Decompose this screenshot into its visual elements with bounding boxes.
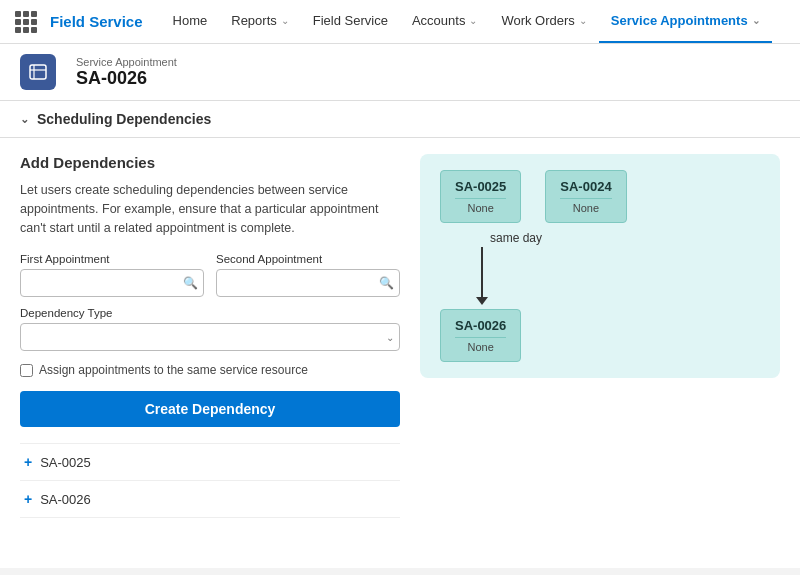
add-deps-desc: Let users create scheduling dependencies…	[20, 181, 400, 237]
dep-type-label: Dependency Type	[20, 307, 400, 319]
nav-work-orders[interactable]: Work Orders ⌄	[489, 0, 598, 43]
page-header-text: Service Appointment SA-0026	[76, 56, 177, 89]
list-item[interactable]: + SA-0025	[20, 444, 400, 481]
create-dependency-button[interactable]: Create Dependency	[20, 391, 400, 427]
first-appointment-input[interactable]	[20, 269, 204, 297]
dep-type-select-wrap: Same Start ⌄	[20, 323, 400, 351]
service-appointments-chevron: ⌄	[752, 15, 760, 26]
card-sep	[455, 198, 506, 199]
diagram-bottom-card: SA-0026 None	[440, 309, 760, 362]
diagram-card-sa0024: SA-0024 None	[545, 170, 626, 223]
section-label: Scheduling Dependencies	[37, 111, 211, 127]
arrow-head	[476, 297, 488, 305]
list-item-plus-icon: +	[24, 491, 32, 507]
app-name: Field Service	[50, 13, 143, 30]
card-sub-sa0026: None	[455, 341, 506, 353]
card-sub-sa0025: None	[455, 202, 506, 214]
dep-type-input[interactable]: Same Start	[20, 323, 400, 351]
dep-type-group: Dependency Type Same Start ⌄	[20, 307, 400, 351]
list-item-label: SA-0025	[40, 455, 91, 470]
diagram-bg: SA-0025 None SA-0024 None same day	[420, 154, 780, 378]
card-sub-sa0024: None	[560, 202, 611, 214]
nav-accounts[interactable]: Accounts ⌄	[400, 0, 489, 43]
diagram-top-row: SA-0025 None SA-0024 None	[440, 170, 760, 223]
nav-items: Home Reports ⌄ Field Service Accounts ⌄ …	[161, 0, 788, 43]
diagram-card-sa0025: SA-0025 None	[440, 170, 521, 223]
first-appointment-group: First Appointment 🔍	[20, 253, 204, 297]
page-icon	[20, 54, 56, 90]
arrow-label: same day	[476, 231, 542, 245]
card-sep-bottom	[455, 337, 506, 338]
second-appointment-input[interactable]	[216, 269, 400, 297]
diagram-card-sa0026: SA-0026 None	[440, 309, 521, 362]
list-item-plus-icon: +	[24, 454, 32, 470]
arrow-shaft	[481, 247, 483, 297]
list-items: + SA-0025 + SA-0026	[20, 443, 400, 518]
content-area: Add Dependencies Let users create schedu…	[0, 138, 800, 568]
svg-rect-0	[30, 65, 46, 79]
nav-home[interactable]: Home	[161, 0, 220, 43]
nav-service-appointments[interactable]: Service Appointments ⌄	[599, 0, 772, 43]
card-title-sa0026: SA-0026	[455, 318, 506, 333]
checkbox-label: Assign appointments to the same service …	[39, 363, 308, 377]
accounts-chevron: ⌄	[469, 15, 477, 26]
second-appointment-input-wrap: 🔍	[216, 269, 400, 297]
page-title: SA-0026	[76, 68, 177, 89]
reports-chevron: ⌄	[281, 15, 289, 26]
first-appointment-input-wrap: 🔍	[20, 269, 204, 297]
second-appointment-search-icon[interactable]: 🔍	[379, 276, 394, 290]
same-resource-checkbox[interactable]	[20, 364, 33, 377]
card-title-sa0025: SA-0025	[455, 179, 506, 194]
section-chevron-icon: ⌄	[20, 113, 29, 126]
card-title-sa0024: SA-0024	[560, 179, 611, 194]
first-appointment-label: First Appointment	[20, 253, 204, 265]
left-panel: Add Dependencies Let users create schedu…	[20, 154, 400, 552]
nav-reports[interactable]: Reports ⌄	[219, 0, 301, 43]
list-item-label: SA-0026	[40, 492, 91, 507]
second-appointment-group: Second Appointment 🔍	[216, 253, 400, 297]
diagram-arrow-area: same day	[440, 231, 760, 305]
add-deps-title: Add Dependencies	[20, 154, 400, 171]
list-item[interactable]: + SA-0026	[20, 481, 400, 518]
section-header[interactable]: ⌄ Scheduling Dependencies	[0, 101, 800, 138]
dep-type-chevron-icon[interactable]: ⌄	[386, 332, 394, 343]
arrow-line	[476, 247, 488, 305]
breadcrumb: Service Appointment	[76, 56, 177, 68]
nav-bar: Field Service Home Reports ⌄ Field Servi…	[0, 0, 800, 44]
page-header: Service Appointment SA-0026	[0, 44, 800, 101]
second-appointment-label: Second Appointment	[216, 253, 400, 265]
card-sep	[560, 198, 611, 199]
appointments-row: First Appointment 🔍 Second Appointment 🔍	[20, 253, 400, 297]
nav-field-service[interactable]: Field Service	[301, 0, 400, 43]
right-panel: SA-0025 None SA-0024 None same day	[420, 154, 780, 552]
checkbox-row: Assign appointments to the same service …	[20, 363, 400, 377]
app-grid-icon[interactable]	[12, 8, 40, 36]
first-appointment-search-icon[interactable]: 🔍	[183, 276, 198, 290]
work-orders-chevron: ⌄	[579, 15, 587, 26]
